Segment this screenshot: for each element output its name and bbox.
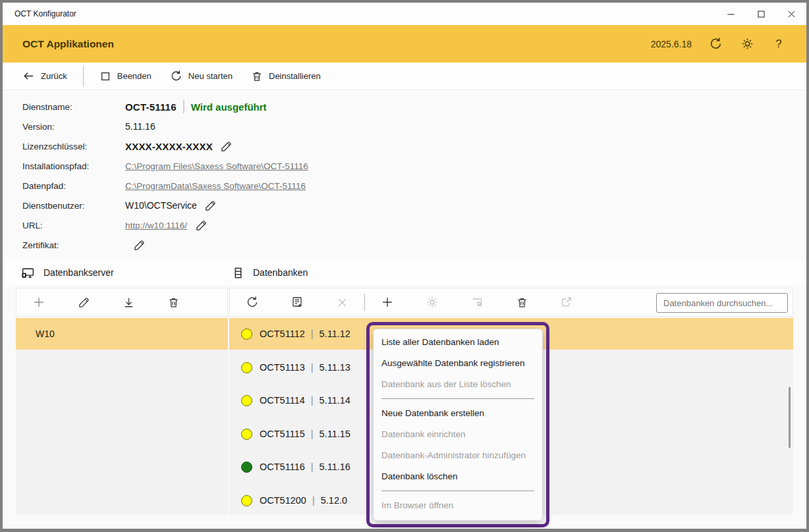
field-value: XXXX-XXXX-XXXX — [125, 139, 234, 153]
context-menu-item[interactable]: Datenbank löschen — [374, 466, 542, 487]
pencil-icon — [195, 219, 208, 232]
edit-url-button[interactable] — [194, 218, 208, 232]
field-value: OCT-51116Wird ausgeführt — [125, 100, 267, 113]
field-value: C:\Program Files\Saxess Software\OCT-511… — [125, 161, 308, 171]
minimize-button[interactable] — [715, 3, 746, 25]
field-label: Dienstname: — [22, 102, 125, 112]
server-icon — [21, 266, 35, 280]
database-status-dot — [241, 395, 252, 406]
server-add-button — [16, 288, 61, 317]
app-header: OCT Applikationen 2025.6.18 ? — [3, 25, 806, 63]
add-icon — [381, 296, 394, 309]
server-panel-label: Datenbankserver — [43, 267, 114, 278]
title-bar: OCT Konfigurator — [3, 3, 806, 25]
back-button[interactable]: Zurück — [22, 63, 67, 90]
stop-service-button[interactable]: Beenden — [99, 63, 152, 90]
url-link[interactable]: http://w10:1116/ — [125, 221, 187, 230]
server-panel-title: Datenbankserver — [21, 260, 114, 285]
maximize-button[interactable] — [746, 3, 776, 25]
datenpfad-link[interactable]: C:\ProgramData\Saxess Software\OCT-51116 — [125, 181, 306, 191]
database-name: OCT51112 — [260, 329, 305, 339]
field-value — [125, 238, 146, 252]
field-row: Lizenzschlüssel:XXXX-XXXX-XXXX — [22, 136, 484, 156]
restart-service-button[interactable]: Neu starten — [170, 63, 233, 90]
field-label: Datenpfad: — [22, 181, 125, 191]
pencil-icon — [133, 239, 146, 252]
database-search-input[interactable] — [656, 293, 788, 313]
scrollbar-thumb[interactable] — [789, 387, 791, 448]
database-name: OCT51114 — [260, 395, 305, 406]
settings-button[interactable] — [739, 36, 755, 52]
edit-dienstbenutzer-button[interactable] — [204, 198, 218, 213]
window-controls — [715, 3, 806, 25]
database-status-dot — [241, 329, 252, 340]
command-bar: Zurück Beenden Neu starten Deinstalliere… — [3, 63, 806, 90]
context-menu-item: Datenbank einrichten — [374, 424, 542, 445]
close-button[interactable] — [776, 3, 806, 25]
command-bar-separator — [83, 66, 84, 87]
context-menu-item[interactable]: Neue Datenbank erstellen — [374, 403, 542, 424]
db-refresh-button[interactable] — [230, 288, 275, 317]
field-row: Datenpfad:C:\ProgramData\Saxess Software… — [22, 176, 484, 196]
close-icon — [787, 9, 796, 19]
database-status-dot — [241, 362, 252, 373]
database-panel-title: Datenbanken — [232, 260, 308, 285]
download-icon — [123, 296, 135, 309]
server-edit-button[interactable] — [61, 288, 106, 317]
restart-label: Neu starten — [188, 71, 233, 81]
uninstall-button[interactable]: Deinstallieren — [251, 63, 321, 90]
db-admin-user-button — [455, 288, 499, 317]
field-value-text: W10\OCTService — [125, 200, 197, 211]
help-button[interactable]: ? — [771, 36, 787, 52]
server-list-item[interactable]: W10 — [16, 318, 228, 350]
uninstall-label: Deinstallieren — [269, 71, 321, 81]
app-window: OCT Konfigurator OCT Applikationen 2025.… — [3, 3, 806, 529]
context-menu-item: Im Browser öffnen — [374, 495, 542, 516]
help-icon: ? — [775, 38, 781, 51]
header-date: 2025.6.18 — [651, 39, 692, 49]
db-add-button[interactable] — [365, 288, 410, 317]
db-delete-button[interactable] — [499, 288, 544, 317]
database-version: 5.12.0 — [321, 495, 347, 506]
database-version: 5.11.15 — [320, 429, 350, 439]
server-delete-button[interactable] — [151, 288, 196, 317]
database-name: OCT51116 — [260, 462, 305, 472]
service-name-value: OCT-51116 — [125, 101, 177, 113]
service-fields: Dienstname:OCT-51116Wird ausgeführtVersi… — [22, 97, 484, 255]
field-row: Dienstname:OCT-51116Wird ausgeführt — [22, 97, 484, 117]
back-label: Zurück — [41, 71, 67, 81]
edit-zertifikat-button[interactable] — [132, 238, 146, 252]
edit-lizenzschluessel-button[interactable] — [219, 139, 234, 153]
field-label: Zertifikat: — [22, 240, 125, 250]
delete-icon — [516, 296, 528, 309]
server-toolbar — [16, 288, 228, 317]
header-actions: 2025.6.18 ? — [651, 36, 806, 52]
database-status-dot — [241, 462, 252, 473]
field-row: Version:5.11.16 — [22, 117, 484, 136]
stop-icon — [99, 70, 111, 82]
context-menu-item: Datenbank aus der Liste löschen — [374, 374, 542, 395]
window-title: OCT Konfigurator — [3, 9, 715, 18]
server-download-button[interactable] — [106, 288, 151, 317]
database-version: 5.11.16 — [320, 462, 350, 472]
field-value: C:\ProgramData\Saxess Software\OCT-51116 — [125, 181, 306, 191]
admin-user-icon — [470, 296, 484, 309]
stop-label: Beenden — [117, 71, 152, 81]
installationspfad-link[interactable]: C:\Program Files\Saxess Software\OCT-511… — [125, 161, 308, 171]
context-menu-item[interactable]: Liste aller Datenbanken laden — [374, 332, 542, 353]
database-version: 5.11.13 — [320, 362, 350, 373]
database-name: OCT51113 — [260, 362, 305, 373]
field-value-text: 5.11.16 — [125, 121, 155, 132]
field-row: Dienstbenutzer:W10\OCTService — [22, 196, 484, 215]
refresh-icon — [709, 37, 723, 51]
context-menu: Liste aller Datenbanken ladenAusgewählte… — [373, 329, 543, 521]
db-settings-button — [410, 288, 455, 317]
settings-icon — [426, 296, 439, 309]
screenshot-frame: OCT Konfigurator OCT Applikationen 2025.… — [0, 0, 809, 532]
db-register-list-button[interactable] — [275, 288, 320, 317]
context-menu-highlight: Liste aller Datenbanken ladenAusgewählte… — [366, 322, 549, 527]
context-menu-item[interactable]: Ausgewählte Datenbank registrieren — [374, 353, 542, 374]
refresh-button[interactable] — [708, 36, 723, 52]
refresh-icon — [246, 296, 259, 309]
field-label: Installationspfad: — [22, 161, 125, 171]
